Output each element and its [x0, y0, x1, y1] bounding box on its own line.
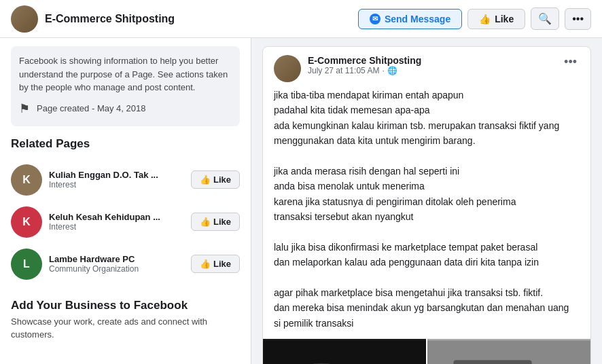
more-options-button[interactable]: ••• [565, 8, 591, 30]
page-header: E-Commerce Shitposting ✉ Send Message 👍 … [0, 0, 602, 38]
send-message-button[interactable]: ✉ Send Message [358, 9, 462, 29]
related-page-name: Lambe Hardware PC [49, 254, 184, 264]
search-button[interactable]: 🔍 [531, 7, 559, 30]
related-page-type: Community Organization [49, 264, 184, 274]
post-card: E-Commerce Shitposting July 27 at 11:05 … [262, 46, 591, 364]
thumbsup-icon: 👍 [200, 175, 211, 185]
main-layout: Facebook is showing information to help … [0, 38, 602, 364]
list-item: L Lambe Hardware PC Community Organizati… [11, 243, 240, 285]
avatar: L [11, 249, 42, 280]
related-pages-title: Related Pages [11, 137, 240, 151]
flag-icon [19, 100, 30, 118]
post-header: E-Commerce Shitposting July 27 at 11:05 … [263, 47, 590, 88]
globe-icon: · [382, 66, 384, 75]
like-related-page-0-button[interactable]: 👍 Like [191, 170, 240, 189]
post-page-name: E-Commerce Shitposting [308, 55, 554, 66]
related-pages-section: Related Pages K Kuliah Enggan D.O. Tak .… [11, 137, 240, 285]
post-image-2 [427, 339, 590, 364]
thumbsup-icon: 👍 [200, 259, 211, 269]
post-images: package [263, 339, 590, 364]
page-created-row: Page created - May 4, 2018 [19, 100, 232, 118]
more-options-icon: ••• [572, 13, 584, 24]
like-related-page-2-button[interactable]: 👍 Like [191, 255, 240, 273]
right-feed: E-Commerce Shitposting July 27 at 11:05 … [251, 38, 602, 364]
header-actions: ✉ Send Message 👍 Like 🔍 ••• [358, 7, 591, 30]
page-title: E-Commerce Shitposting [45, 13, 358, 25]
related-page-info: Lambe Hardware PC Community Organization [49, 254, 184, 274]
post-timestamp: July 27 at 11:05 AM · 🌐 [308, 66, 554, 75]
info-box: Facebook is showing information to help … [11, 46, 240, 126]
search-icon: 🔍 [538, 13, 552, 24]
avatar: K [11, 164, 42, 196]
list-item: K Kuliah Enggan D.O. Tak ... Interest 👍 … [11, 159, 240, 201]
related-page-type: Interest [49, 180, 184, 189]
related-page-name: Keluh Kesah Kehidupan ... [49, 212, 184, 222]
avatar: K [11, 206, 42, 238]
post-meta: E-Commerce Shitposting July 27 at 11:05 … [308, 55, 554, 75]
thumbsup-icon: 👍 [479, 14, 491, 24]
page-created-text: Page created - May 4, 2018 [37, 102, 145, 115]
like-page-button[interactable]: 👍 Like [467, 9, 525, 29]
svg-rect-6 [453, 360, 531, 364]
related-page-info: Keluh Kesah Kehidupan ... Interest [49, 212, 184, 232]
add-business-title: Add Your Business to Facebook [11, 299, 240, 312]
list-item: K Keluh Kesah Kehidupan ... Interest 👍 L… [11, 201, 240, 243]
page-avatar [11, 5, 38, 33]
left-sidebar: Facebook is showing information to help … [0, 38, 251, 364]
post-avatar [274, 55, 301, 82]
info-description: Facebook is showing information to help … [19, 54, 232, 94]
post-options-button[interactable]: ••• [561, 55, 580, 69]
related-page-name: Kuliah Enggan D.O. Tak ... [49, 170, 184, 180]
svg-rect-0 [263, 341, 426, 364]
like-related-page-1-button[interactable]: 👍 Like [191, 213, 240, 231]
add-business-description: Showcase your work, create ads and conne… [11, 315, 240, 342]
messenger-icon: ✉ [370, 14, 380, 24]
related-page-info: Kuliah Enggan D.O. Tak ... Interest [49, 170, 184, 189]
thumbsup-icon: 👍 [200, 217, 211, 227]
post-body: jika tiba-tiba mendapat kiriman entah ap… [263, 88, 590, 339]
public-icon: 🌐 [387, 66, 397, 75]
post-image-1: package [263, 339, 426, 364]
add-business-section: Add Your Business to Facebook Showcase y… [11, 299, 240, 342]
related-page-type: Interest [49, 222, 184, 232]
